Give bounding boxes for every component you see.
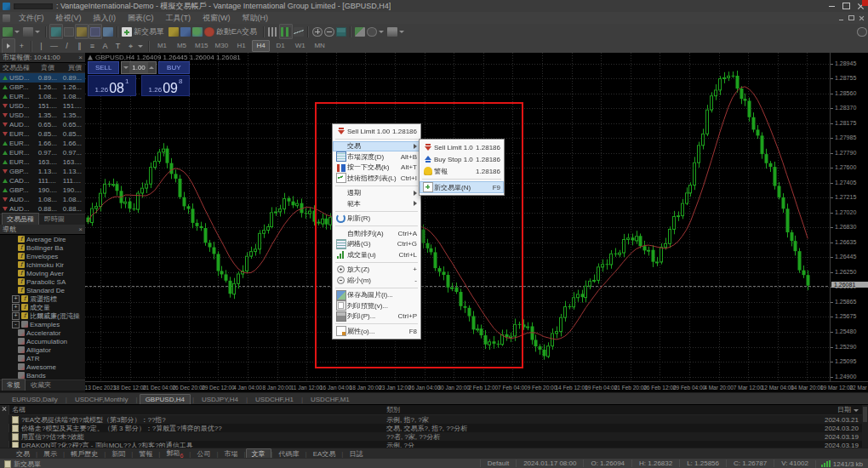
menubar-item[interactable]: 視窗(W) [197,14,237,22]
menubar-item[interactable]: 工具(T) [160,14,197,22]
menu-item[interactable]: 屬性(o)...F8 [333,326,420,337]
menu-item[interactable]: Sell Limit 1.001.28186 [333,126,420,137]
volume-down-icon[interactable] [122,62,129,73]
chart-tab[interactable]: USDCHF,H1 [249,394,300,405]
navigator-item[interactable]: fBollinger Ba [0,243,85,252]
navigator-item[interactable]: fStandard De [0,286,85,294]
connection-status[interactable]: 1241/3 kb [815,460,868,468]
periods-button[interactable] [366,25,386,38]
time-axis[interactable]: 13 Dec 202318 Dec 12:0021 Dec 04:0026 De… [85,381,868,393]
menubar-item[interactable]: 幫助(H) [237,14,275,22]
community-button[interactable] [191,25,203,38]
text-button[interactable]: A [99,39,111,53]
market-watch-tab[interactable]: 即時圖 [39,213,70,225]
menu-item[interactable]: 刷新(R) [333,214,420,225]
new-chart-button[interactable] [2,25,22,38]
market-watch-row[interactable]: EUR...0.97...0.97... [0,148,85,157]
vertical-line-button[interactable]: | [35,39,48,53]
chart-tab[interactable]: USDJPY,H4 [196,394,244,405]
timeframe-d1-button[interactable]: D1 [271,40,289,52]
column-ask[interactable]: 買價 [66,63,85,72]
zoom-in-button[interactable] [311,25,323,38]
menu-item[interactable]: 技術指標列表(L)Ctrl+I [333,173,420,184]
tile-windows-button[interactable] [335,25,347,38]
timeframe-m1-button[interactable]: M1 [153,40,171,52]
autotrading-button[interactable]: 啟動EA交易 [203,25,260,38]
market-watch-tab[interactable]: 交易品種 [2,213,39,225]
menu-item[interactable]: 縮小(m)- [333,275,420,286]
profiles-button[interactable] [22,25,43,38]
menu-item[interactable]: 範本 [333,198,420,209]
mdi-restore-button[interactable] [846,14,856,22]
market-watch-row[interactable]: GBP...190....190.... [0,185,85,195]
metaeditor-button[interactable] [168,25,180,38]
navigator-item[interactable]: +f比爾威廉(混沌操 [0,311,85,320]
shapes-button[interactable]: ⌖ [124,39,146,53]
chart-tab[interactable]: USDCHF,M1 [305,394,356,405]
menu-item[interactable]: 週期 [333,188,420,199]
market-watch-row[interactable]: AUD...0.65...0.65... [0,120,85,129]
crosshair-tool-button[interactable] [63,25,75,38]
timeframe-w1-button[interactable]: W1 [291,40,309,52]
article-row[interactable]: 价格走?模型及其主要?定。（第 3 部分）：?算般置?博弈的最优??交易, 交易… [9,424,862,432]
chat-button[interactable] [180,25,191,38]
mdi-minimize-button[interactable] [836,14,846,22]
volume-stepper[interactable]: 1.00 [121,61,156,74]
menu-item[interactable]: 市場深度(D)Alt+B [333,151,420,163]
sell-button[interactable]: SELL [88,61,119,74]
volume-up-icon[interactable] [148,62,156,73]
menubar-item[interactable]: 檢視(V) [50,14,88,22]
menu-item[interactable]: 新交易單(N)F9 [420,181,504,193]
chevron-down-icon[interactable] [379,31,384,33]
article-row[interactable]: ?EA交易提供端?的?成模型（第3部分）：??指?示例, 指?, ?家2024.… [9,415,862,424]
chart-tab[interactable]: GBPUSD,H4 [140,394,191,405]
column-name[interactable]: 名稱 [12,405,386,414]
crosshair-button[interactable]: + [15,39,28,53]
navigator-item[interactable]: fMoving Aver [0,269,85,277]
maximize-button[interactable] [839,1,854,11]
chart-window[interactable]: GBPUSD,H4 1.26409 1.26445 1.26004 1.2608… [85,53,868,392]
channel-button[interactable]: ∥ [73,39,86,53]
price-axis[interactable]: 1.289451.287551.285601.283701.281751.279… [830,53,868,381]
column-symbol[interactable]: 交易品種 [0,63,38,72]
timeframe-m15-button[interactable]: M15 [192,40,211,52]
strategy-tester-button[interactable] [102,25,114,38]
navigator-tab[interactable]: 收藏夾 [26,379,56,391]
menu-item[interactable]: Buy Stop 1.001.28186 [420,153,504,165]
cursor-button[interactable] [2,38,15,54]
market-watch-row[interactable]: USD...0.89...0.89... [0,73,85,83]
buy-button[interactable]: BUY [158,61,190,74]
close-icon[interactable]: × [78,54,83,61]
timeframe-h4-button[interactable]: H4 [252,40,270,52]
navigator-item[interactable]: Awesome [0,362,85,371]
timeframe-h1-button[interactable]: H1 [232,40,250,52]
navigator-item[interactable]: fIchimoku Kir [0,260,85,269]
line-chart-button[interactable] [293,25,305,38]
menu-item[interactable]: 保存為圖片(i)... [333,290,420,301]
timeframe-m5-button[interactable]: M5 [173,40,191,52]
menu-item[interactable]: 成交量(u)Ctrl+L [333,249,420,260]
article-row[interactable]: 用置信??估?未?效能??者, ?家, ??分析2024.03.19 [9,432,862,441]
market-watch-row[interactable]: EUR...163....163.... [0,157,85,167]
menubar-item[interactable]: 圖表(C) [122,14,160,22]
timeframe-m30-button[interactable]: M30 [213,40,231,52]
mdi-close-button[interactable] [856,14,866,22]
chevron-down-icon[interactable] [399,31,404,33]
horizontal-line-button[interactable]: — [48,39,60,53]
menu-item[interactable]: 放大(Z)+ [333,265,420,276]
chevron-down-icon[interactable] [35,31,40,33]
navigator-item[interactable]: -Examples [0,320,85,328]
templates-button[interactable] [386,25,407,38]
navigator-tab[interactable]: 常規 [2,379,26,391]
market-watch-row[interactable]: USD...151....151.... [0,101,85,111]
navigator-item[interactable]: fParabolic SA [0,277,85,286]
zoom-out-button[interactable] [323,25,335,38]
expand-icon[interactable]: + [12,295,20,303]
menu-item[interactable]: Sell Limit 1.001.28186 [420,141,504,153]
search-button[interactable] [856,25,868,38]
navigator-item[interactable]: +f成交量 [0,303,85,311]
navigator-button[interactable] [75,24,89,39]
market-watch-row[interactable]: EUR...0.85...0.85... [0,129,85,139]
menu-item[interactable]: 交易 [333,141,420,152]
navigator-item[interactable]: Accelerator [0,328,85,337]
